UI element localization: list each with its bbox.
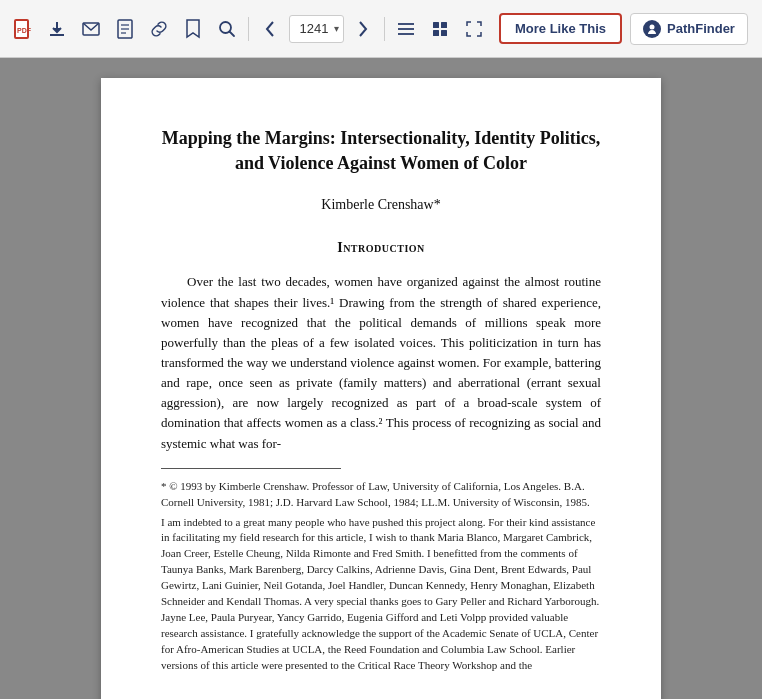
pathfinder-label: PathFinder <box>667 21 735 36</box>
menu-icon[interactable] <box>391 14 421 44</box>
divider-1 <box>248 17 249 41</box>
document-icon[interactable] <box>110 14 140 44</box>
pathfinder-button[interactable]: PathFinder <box>630 13 748 45</box>
prev-page-button[interactable] <box>255 14 285 44</box>
paper-title: Mapping the Margins: Intersectionality, … <box>161 126 601 176</box>
paper-body: Over the last two decades, women have or… <box>161 272 601 453</box>
more-like-this-button[interactable]: More Like This <box>499 13 622 44</box>
paper-section-heading: Introduction <box>161 237 601 258</box>
search-icon[interactable] <box>212 14 242 44</box>
bookmark-icon[interactable] <box>178 14 208 44</box>
page-number-group: ▾ <box>289 15 344 43</box>
svg-rect-15 <box>441 22 447 28</box>
footnotes: * © 1993 by Kimberle Crenshaw. Professor… <box>161 479 601 674</box>
footnote-divider <box>161 468 341 469</box>
toolbar: PDF <box>0 0 762 58</box>
page-dropdown-icon[interactable]: ▾ <box>334 23 339 34</box>
next-page-button[interactable] <box>348 14 378 44</box>
paper-author: Kimberle Crenshaw* <box>161 194 601 215</box>
svg-line-10 <box>230 31 235 36</box>
footnote-acknowledgment: I am indebted to a great many people who… <box>161 515 601 674</box>
main-content: Mapping the Margins: Intersectionality, … <box>0 58 762 699</box>
expand-icon[interactable] <box>459 14 489 44</box>
paper-document: Mapping the Margins: Intersectionality, … <box>101 78 661 699</box>
grid-view-icon[interactable] <box>425 14 455 44</box>
paragraph-1: Over the last two decades, women have or… <box>161 272 601 453</box>
svg-text:PDF: PDF <box>17 27 32 34</box>
footnote-star: * © 1993 by Kimberle Crenshaw. Professor… <box>161 479 601 511</box>
link-icon[interactable] <box>144 14 174 44</box>
svg-rect-16 <box>433 30 439 36</box>
divider-2 <box>384 17 385 41</box>
pathfinder-icon <box>643 20 661 38</box>
svg-rect-14 <box>433 22 439 28</box>
svg-rect-17 <box>441 30 447 36</box>
download-icon[interactable] <box>42 14 72 44</box>
pdf-icon[interactable]: PDF <box>8 14 38 44</box>
email-icon[interactable] <box>76 14 106 44</box>
svg-point-18 <box>650 24 655 29</box>
page-number-input[interactable] <box>294 21 334 36</box>
